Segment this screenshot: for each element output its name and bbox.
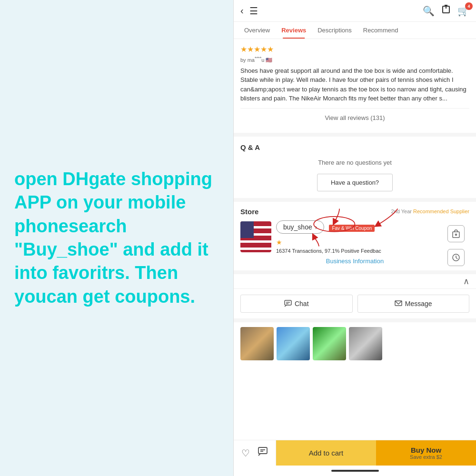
flag-canton	[240, 221, 254, 238]
qa-empty-text: There are no questions yet	[240, 159, 469, 166]
recommended-label: Recommended Supplier	[413, 208, 469, 214]
transactions-text: 16374 Transactions, 97.1% Positive Feedb…	[276, 248, 381, 254]
tab-recommend[interactable]: Recommend	[357, 22, 404, 39]
store-star-row: ★	[276, 238, 469, 246]
message-label: Message	[405, 300, 432, 307]
chat-label: Chat	[295, 300, 309, 307]
right-panel: ‹ ☰ 🔍 🛒 4 Overview Reviews Descriptions …	[233, 0, 476, 476]
store-info-row: buy_shoe › Fav & Win Coupon ★ 16374 Tran…	[240, 220, 469, 254]
store-icon-history[interactable]	[447, 249, 465, 266]
instructions-text: open DHgate shopping APP on your mobile …	[14, 168, 219, 308]
bottom-left-icons: ♡	[234, 440, 276, 466]
chat-icon	[284, 300, 292, 307]
save-extra-label: Save extra $2	[410, 454, 442, 460]
tab-overview[interactable]: Overview	[238, 22, 276, 39]
share-icon[interactable]	[441, 5, 451, 17]
bottom-actions: ♡ Add to cart Buy Now Save extra $2	[234, 440, 476, 466]
svg-rect-6	[285, 300, 291, 305]
thumbnail-3[interactable]	[313, 327, 346, 360]
tabs-bar: Overview Reviews Descriptions Recommend	[234, 22, 476, 39]
qa-section: Q & A There are no questions yet Have a …	[234, 137, 476, 202]
buy-now-label: Buy Now	[411, 446, 441, 454]
qa-title: Q & A	[240, 143, 469, 151]
nav-left: ‹ ☰	[240, 5, 418, 17]
store-right-icons	[447, 225, 465, 266]
message-button[interactable]: Message	[357, 295, 470, 313]
review-stars: ★★★★★	[240, 45, 469, 54]
business-info-row: Business Information	[240, 258, 469, 265]
menu-icon[interactable]: ☰	[249, 5, 258, 17]
top-nav: ‹ ☰ 🔍 🛒 4	[234, 0, 476, 22]
cart-wrapper[interactable]: 🛒 4	[457, 5, 469, 17]
recommended-supplier: 2nd Year Recommended Supplier	[391, 208, 469, 214]
have-question-button[interactable]: Have a question?	[317, 174, 393, 191]
tab-descriptions[interactable]: Descriptions	[312, 22, 357, 39]
thumbnail-4[interactable]	[349, 327, 382, 360]
buy-now-button[interactable]: Buy Now Save extra $2	[376, 440, 476, 466]
view-all-reviews-btn[interactable]: View all reviews (131)	[240, 108, 469, 127]
collapse-button[interactable]: ∧	[234, 274, 476, 288]
svg-point-3	[456, 234, 457, 235]
svg-rect-11	[258, 447, 267, 454]
left-panel: open DHgate shopping APP on your mobile …	[0, 0, 233, 476]
store-section: Store 2nd Year Recommended Supplier buy_…	[234, 202, 476, 274]
store-name-fav-row: buy_shoe › Fav & Win Coupon	[276, 220, 469, 237]
svg-rect-2	[453, 232, 459, 238]
store-name-button[interactable]: buy_shoe ›	[276, 220, 324, 234]
back-icon[interactable]: ‹	[240, 5, 244, 16]
fav-win-badge: Fav & Win Coupon	[329, 225, 375, 232]
message-icon	[395, 300, 402, 307]
store-name-area: buy_shoe › Fav & Win Coupon ★ 16374 Tran…	[276, 220, 469, 254]
review-text: Shoes have great support all around and …	[240, 66, 469, 103]
thumbnail-2[interactable]	[277, 327, 310, 360]
thumbnails-row	[234, 322, 476, 365]
store-flag	[240, 221, 271, 252]
search-icon[interactable]: 🔍	[423, 5, 435, 17]
add-to-cart-button[interactable]: Add to cart	[276, 440, 376, 466]
thumbnail-1[interactable]	[240, 327, 274, 360]
chat-button[interactable]: Chat	[240, 295, 353, 313]
nav-right: 🔍 🛒 4	[423, 5, 469, 17]
home-indicator	[234, 466, 476, 476]
reviewer-info: by ma****u 🇺🇸	[240, 56, 469, 63]
business-info-link[interactable]: Business Information	[240, 258, 469, 265]
store-title: Store	[240, 208, 258, 216]
store-star-icon: ★	[276, 238, 282, 246]
store-name-text: buy_shoe	[283, 223, 312, 231]
wishlist-icon[interactable]: ♡	[241, 447, 250, 459]
review-section: ★★★★★ by ma****u 🇺🇸 Shoes have great sup…	[234, 39, 476, 137]
tab-reviews[interactable]: Reviews	[276, 22, 312, 39]
store-transactions: 16374 Transactions, 97.1% Positive Feedb…	[276, 248, 469, 254]
content-area: ★★★★★ by ma****u 🇺🇸 Shoes have great sup…	[234, 39, 476, 440]
chevron-icon: ›	[315, 223, 317, 231]
cart-badge: 4	[465, 2, 473, 10]
store-header: Store 2nd Year Recommended Supplier	[240, 208, 469, 216]
store-icon-bag[interactable]	[447, 225, 465, 242]
chat-message-row: Chat Message	[234, 288, 476, 322]
home-bar	[331, 470, 379, 472]
comment-icon[interactable]	[258, 446, 268, 459]
